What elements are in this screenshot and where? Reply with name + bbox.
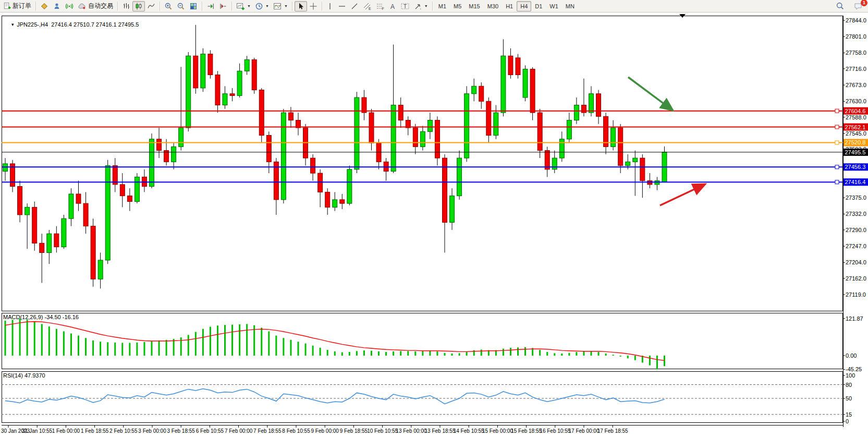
period-clock-button[interactable]: ▼	[253, 1, 271, 11]
timeframe-m30-button[interactable]: M30	[484, 1, 502, 11]
candle-body	[333, 200, 337, 208]
new-order-button[interactable]: 新订单	[1, 1, 33, 11]
indicators-button[interactable]: ▼	[271, 1, 290, 11]
time-label: 17 Feb 00:00	[569, 428, 600, 434]
macd-bar	[459, 353, 460, 356]
rsi-axis-label: 100	[846, 372, 855, 379]
rsi-line	[5, 389, 665, 404]
macd-bar	[363, 350, 365, 356]
line-anchor-handle[interactable]	[835, 125, 839, 129]
tile-windows-button[interactable]	[187, 1, 200, 11]
candlestick-chart-button[interactable]	[132, 1, 145, 11]
line-chart-button[interactable]	[145, 1, 157, 11]
timeframe-w1-button[interactable]: W1	[546, 1, 562, 11]
price-badge-label: 27604.6	[845, 108, 866, 114]
macd-bar	[554, 353, 555, 356]
signals-button[interactable]	[63, 1, 76, 11]
macd-axis-label: -45.25	[846, 366, 862, 372]
timeframe-m1-button[interactable]: M1	[435, 1, 450, 11]
candle-body	[523, 69, 528, 98]
macd-bar	[5, 321, 6, 356]
toolbar-group-chart-type	[120, 0, 157, 13]
candle-body	[288, 113, 293, 120]
horizontal-line-icon	[338, 2, 346, 10]
dropdown-caret-icon: ▼	[424, 4, 428, 8]
timeframe-h1-button[interactable]: H1	[502, 1, 517, 11]
community-button[interactable]	[51, 1, 63, 11]
trendline-icon	[350, 2, 359, 10]
macd-bar	[166, 340, 167, 356]
timeframe-m15-button[interactable]: M15	[465, 1, 483, 11]
macd-bar	[143, 342, 145, 356]
zoom-in-button[interactable]	[162, 1, 175, 11]
line-anchor-handle[interactable]	[835, 165, 839, 169]
macd-bar	[246, 324, 248, 356]
fibonacci-tool[interactable]: F	[374, 1, 387, 11]
svg-text:T: T	[404, 3, 407, 9]
vertical-line-tool[interactable]	[324, 1, 336, 11]
trendline-tool[interactable]	[348, 1, 361, 11]
bar-chart-button[interactable]	[120, 1, 132, 11]
line-anchor-handle[interactable]	[835, 180, 839, 184]
auto-scroll-button[interactable]	[204, 1, 217, 11]
time-label: 7 Feb 00:00	[225, 428, 253, 434]
candle-body	[208, 54, 213, 75]
text-tool[interactable]: A	[387, 1, 398, 11]
green-down-arrow[interactable]	[628, 77, 673, 111]
candle-body	[647, 181, 652, 185]
macd-axis-label: 121.87	[846, 315, 863, 322]
zoom-out-button[interactable]	[175, 1, 187, 11]
toolbar-group-objects: ▼ ▼ ▼	[234, 0, 290, 13]
search-button[interactable]	[834, 1, 847, 11]
candle-body	[281, 113, 286, 200]
chart-shift-button[interactable]	[217, 1, 229, 11]
macd-bar	[78, 336, 79, 356]
text-label-tool[interactable]: T	[398, 1, 412, 11]
toolbar-right: 1	[834, 1, 868, 11]
line-anchor-handle[interactable]	[835, 141, 839, 144]
equidistant-channel-tool[interactable]: E	[361, 1, 374, 11]
red-up-arrow[interactable]	[660, 184, 705, 205]
timeframe-m5-button[interactable]: M5	[450, 1, 465, 11]
macd-bar	[283, 338, 284, 356]
macd-bar	[429, 350, 431, 356]
line-anchor-handle[interactable]	[835, 109, 839, 113]
new-chart-button[interactable]: ▼	[234, 1, 253, 11]
macd-bar	[466, 351, 468, 356]
candle-body	[54, 234, 59, 247]
indicator-axes: 121.870.00-45.251008050150	[843, 315, 863, 424]
time-label: 1 Feb 00:00	[52, 428, 80, 434]
candles	[3, 25, 667, 289]
chart-title-collapse-icon[interactable]: ▼	[10, 22, 15, 27]
candle-body	[32, 207, 37, 243]
macd-bar	[63, 331, 65, 356]
timeframe-mn-button[interactable]: MN	[562, 1, 578, 11]
auto-trading-button[interactable]: 自动交易	[76, 1, 115, 11]
gold-diamond-icon	[40, 2, 48, 10]
market-watch-button[interactable]	[38, 1, 51, 11]
candle-body	[120, 185, 125, 196]
chart-canvas[interactable]: 27844.027801.027758.027716.027673.027630…	[0, 13, 868, 438]
horizontal-line-tool[interactable]	[336, 1, 348, 11]
macd-axis-label: 0.00	[846, 352, 857, 359]
clock-icon	[255, 2, 263, 10]
timeframe-d1-button[interactable]: D1	[531, 1, 546, 11]
svg-text:E: E	[369, 6, 371, 10]
candle-body	[596, 94, 601, 117]
indicators-icon	[273, 2, 282, 10]
candle-body	[25, 207, 30, 215]
candle-body	[508, 56, 513, 75]
arrows-tool[interactable]: ▼	[412, 1, 430, 11]
toolbar-group-order: 新订单	[1, 0, 33, 13]
candle-body	[311, 158, 315, 173]
candle-body	[581, 105, 586, 113]
macd-bar	[34, 322, 35, 356]
chat-button[interactable]: 1	[852, 1, 865, 11]
cursor-button[interactable]	[295, 1, 307, 11]
candle-body	[325, 192, 330, 207]
candle-body	[369, 113, 374, 143]
candle-body	[472, 86, 476, 94]
macd-indicator-label: MACD(12,26,9) -34.50 -16.16	[3, 314, 79, 320]
timeframe-h4-button[interactable]: H4	[517, 1, 531, 11]
crosshair-button[interactable]	[307, 1, 320, 11]
